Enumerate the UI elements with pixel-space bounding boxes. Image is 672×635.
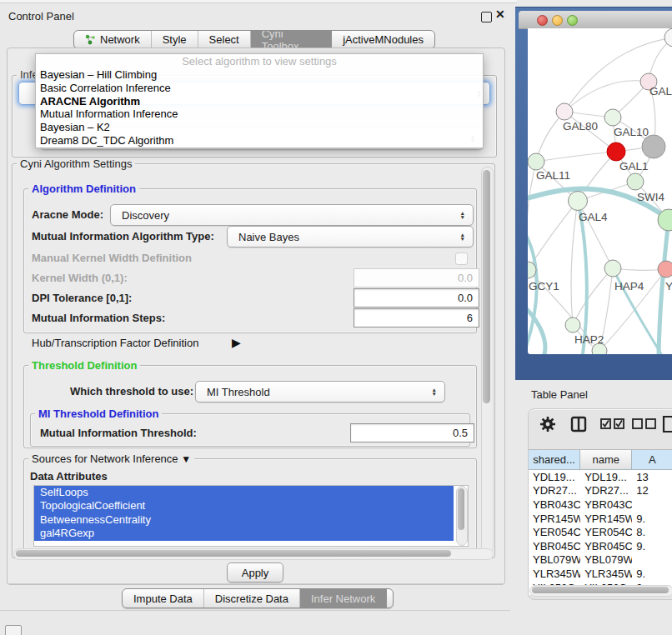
network-node[interactable] [664,28,672,47]
node-label: GCY1 [529,280,559,292]
attributes-list-scrollbar[interactable] [456,486,468,546]
table-cell: YLR345W [529,568,580,580]
tab-jactivemnodules[interactable]: jActiveMNodules [332,31,434,48]
network-node[interactable] [528,153,544,170]
gear-icon[interactable] [539,415,557,433]
table-row[interactable]: YPR145WYPR145W9. [529,512,672,526]
algorithm-dropdown-popup: Select algorithm to view settings Bayesi… [35,53,484,148]
apply-button[interactable]: Apply [227,562,283,582]
data-attributes-list[interactable]: SelfLoopsTopologicalCoefficientBetweenne… [33,485,469,547]
network-node[interactable] [627,173,644,190]
deselect-all-checkboxes-icon[interactable] [632,418,657,429]
float-panel-icon[interactable] [481,12,492,22]
node-label: HAP4 [614,280,644,292]
mi-steps-input[interactable]: 6 [354,308,479,328]
algorithm-option-bayesian-hill-climbing[interactable]: Bayesian – Hill Climbing [36,68,483,82]
network-node-selected-red[interactable] [607,142,625,161]
node-label: GAL [649,85,672,98]
settings-vertical-scrollbar[interactable] [481,167,494,553]
close-panel-icon[interactable]: ✕ [495,8,505,21]
algorithm-option-dream8-dc-tdc-algorithm[interactable]: Dream8 DC_TDC Algorithm [36,134,483,148]
network-node[interactable] [569,192,588,211]
minimized-panel-icon[interactable] [5,625,22,635]
network-node-gray[interactable] [642,135,665,158]
table-row[interactable]: YDL19...YDL19...13 [529,470,672,484]
table-row[interactable]: YLR345WYLR345W9. [529,567,672,581]
manual-kernel-checkbox[interactable] [455,252,468,265]
algorithm-option-basic-correlation-inference[interactable]: Basic Correlation Inference [36,82,483,95]
column-header-2[interactable]: name [580,450,632,470]
node-label: GAL10 [614,126,649,138]
table-cell: YER054C [580,526,632,538]
minimize-window-icon[interactable] [552,15,563,26]
table-cell: YBL079W [580,553,632,566]
settings-horizontal-scrollbar[interactable] [13,548,494,560]
which-threshold-combo[interactable]: MI Threshold ▲▼ [195,381,445,402]
tab-discretize-data[interactable]: Discretize Data [204,589,300,608]
kernel-width-label: Kernel Width (0,1): [32,272,128,284]
tab-label: Select [209,33,239,46]
column-header-3[interactable]: A [632,450,672,470]
network-node[interactable] [604,109,621,126]
network-node[interactable] [565,318,580,332]
algorithm-definition-title: Algorithm Definition [28,182,139,195]
dpi-tolerance-input[interactable]: 0.0 [354,288,479,308]
dock-bottom-border [0,610,510,611]
tab-style[interactable]: Style [152,31,198,48]
tab-label: Cyni Toolbox [262,30,320,49]
table-cell: YDR27... [529,484,580,497]
table-header-row: shared...nameA [529,450,672,470]
algorithm-option-bayesian-k2[interactable]: Bayesian – K2 [36,121,483,134]
collapse-arrow-icon[interactable]: ▼ [181,453,191,465]
select-all-checkboxes-icon[interactable] [600,418,625,429]
table-body: YDL19...YDL19...13YDR27...YDR27...12YBR0… [529,470,672,594]
network-node-pink[interactable] [658,261,672,278]
table-row[interactable]: YBL079WYBL079W [529,553,672,568]
document-icon[interactable] [662,415,672,433]
mi-threshold-input[interactable]: 0.5 [350,423,474,442]
table-row[interactable]: YER054CYER054C8. [529,525,672,539]
node-label: HAP2 [574,333,604,346]
node-label: GAL1 [619,160,649,172]
table-cell: YLR345W [580,568,632,580]
table-cell: YER054C [529,526,580,538]
zoom-window-icon[interactable] [567,15,578,26]
dpi-tolerance-label: DPI Tolerance [0,1]: [32,292,132,304]
tab-label: Discretize Data [215,592,288,605]
aracne-mode-combo[interactable]: Discovery ▲▼ [110,204,474,226]
network-canvas[interactable]: GAL GAL80 GAL10 GAL1 GAL11 SWI4 GAL4 GCY… [528,28,672,354]
top-tab-strip: NetworkStyleSelectCyni ToolboxjActiveMNo… [73,30,435,49]
kernel-width-input[interactable]: 0.0 [354,268,479,288]
network-window-titlebar[interactable] [519,11,672,29]
algorithm-option-mutual-information-inference[interactable]: Mutual Information Inference [36,108,483,121]
table-row[interactable]: YBR045CYBR045C9. [529,539,672,553]
attribute-item-topologicalcoefficient[interactable]: TopologicalCoefficient [34,499,454,512]
table-panel-title: Table Panel [531,388,588,401]
table-row[interactable]: YDR27...YDR27...12 [529,484,672,498]
tab-infer-network[interactable]: Infer Network [300,589,387,608]
tab-impute-data[interactable]: Impute Data [123,589,204,608]
node-label: SWI4 [637,191,664,203]
tab-select[interactable]: Select [198,31,251,48]
hub-section-label[interactable]: Hub/Transcription Factor Definition [32,337,198,349]
table-row[interactable]: YBR043CYBR043C [529,498,672,512]
network-node[interactable] [604,260,621,277]
algorithm-option-aracne-algorithm[interactable]: ARACNE Algorithm [36,95,483,108]
table-horizontal-scrollbar[interactable] [529,585,672,597]
tab-cyni-toolbox[interactable]: Cyni Toolbox [251,31,332,48]
algorithm-popup-list: Bayesian – Hill ClimbingBasic Correlatio… [36,68,483,148]
network-node[interactable] [556,103,573,120]
combo-arrows-icon: ▲▼ [460,211,465,219]
columns-icon[interactable] [570,416,587,432]
close-window-icon[interactable] [537,15,548,26]
table-cell: YPR145W [580,512,632,525]
expand-arrow-icon[interactable]: ▶ [232,336,241,349]
tab-label: Style [163,33,187,46]
attribute-item-betweennesscentrality[interactable]: BetweennessCentrality [34,513,454,527]
tab-network[interactable]: Network [74,31,152,48]
attribute-item-selfloops[interactable]: SelfLoops [34,486,454,499]
node-label: GAL80 [563,120,598,132]
attribute-item-gal4rgexp[interactable]: gal4RGexp [34,527,454,540]
mi-algorithm-type-combo[interactable]: Naive Bayes ▲▼ [227,226,474,248]
column-header-1[interactable]: shared... [529,450,580,470]
